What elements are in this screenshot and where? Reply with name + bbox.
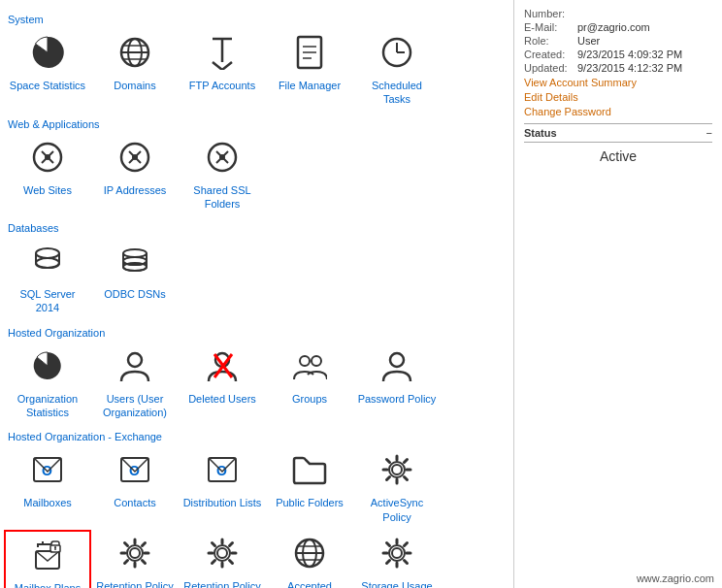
ip-addresses-label: IP Addresses bbox=[104, 183, 167, 197]
updated-row: Updated: 9/23/2015 4:12:32 PM bbox=[524, 62, 712, 74]
svg-point-60 bbox=[392, 548, 402, 558]
mailbox-plans-label: Mailbox Plans bbox=[15, 581, 81, 588]
web-icon-grid: Web Sites IP Addresses bbox=[4, 134, 509, 217]
hosted-org-section-header: Hosted Organization bbox=[8, 327, 509, 339]
accepted-domains-label: Accepted Domains bbox=[270, 579, 349, 588]
web-sites-item[interactable]: Web Sites bbox=[4, 134, 91, 217]
contacts-item[interactable]: O Contacts bbox=[91, 446, 179, 530]
ftp-accounts-item[interactable]: FTP Accounts bbox=[179, 29, 266, 113]
outlook-contacts-icon: O bbox=[117, 452, 152, 492]
svg-point-50 bbox=[54, 546, 56, 548]
status-value: Active bbox=[524, 148, 712, 164]
groups-label: Groups bbox=[292, 392, 327, 406]
deleted-users-item[interactable]: Deleted Users bbox=[179, 343, 266, 426]
sql-server-item[interactable]: SQL Server 2014 bbox=[4, 238, 91, 321]
svg-point-26 bbox=[36, 248, 59, 258]
retention-policy-tag-label: Retention Policy Tag bbox=[182, 579, 262, 588]
hosted-org-icon-grid: Organization Statistics Users (User Orga… bbox=[4, 343, 509, 426]
pie-chart-icon bbox=[30, 35, 65, 75]
domains-label: Domains bbox=[114, 79, 155, 92]
distribution-lists-item[interactable]: O Distribution Lists bbox=[179, 446, 266, 530]
group-icon bbox=[292, 348, 327, 388]
svg-point-37 bbox=[390, 353, 404, 367]
retention-policy-tag-item[interactable]: Retention Policy Tag bbox=[179, 530, 266, 588]
person-icon bbox=[379, 348, 414, 388]
gear-retention-icon bbox=[117, 536, 152, 575]
email-label: E-Mail: bbox=[524, 21, 577, 33]
space-statistics-label: Space Statistics bbox=[10, 79, 85, 92]
file-manager-item[interactable]: File Manager bbox=[266, 29, 353, 113]
updated-value: 9/23/2015 4:12:32 PM bbox=[577, 62, 682, 74]
view-account-summary-link[interactable]: View Account Summary bbox=[524, 77, 712, 88]
right-panel: Number: E-Mail: pr@zagrio.com Role: User… bbox=[514, 0, 722, 588]
outlook-mailboxes-icon: O bbox=[30, 452, 65, 492]
compass-web-icon bbox=[30, 140, 65, 180]
sql-server-label: SQL Server 2014 bbox=[8, 287, 87, 315]
updated-label: Updated: bbox=[524, 62, 577, 74]
space-statistics-item[interactable]: Space Statistics bbox=[4, 29, 91, 113]
globe-accepted-icon bbox=[292, 536, 327, 575]
compass-ip-icon bbox=[117, 140, 152, 180]
storage-usage-label: Storage Usage bbox=[361, 579, 432, 588]
gear-retention-tag-icon bbox=[205, 536, 240, 575]
created-label: Created: bbox=[524, 49, 577, 60]
created-row: Created: 9/23/2015 4:09:32 PM bbox=[524, 49, 712, 60]
mailboxes-item[interactable]: O Mailboxes bbox=[4, 446, 91, 530]
number-row: Number: bbox=[524, 8, 712, 19]
retention-policy-item[interactable]: Retention Policy bbox=[91, 530, 179, 588]
shared-ssl-item[interactable]: Shared SSL Folders bbox=[179, 134, 266, 217]
svg-point-21 bbox=[132, 154, 138, 160]
shared-ssl-label: Shared SSL Folders bbox=[182, 183, 262, 212]
status-toggle[interactable]: − bbox=[706, 127, 712, 139]
contacts-label: Contacts bbox=[114, 496, 155, 509]
groups-item[interactable]: Groups bbox=[266, 343, 353, 426]
ip-addresses-item[interactable]: IP Addresses bbox=[91, 134, 179, 217]
org-statistics-label: Organization Statistics bbox=[8, 392, 87, 420]
system-section-header: System bbox=[8, 14, 509, 25]
folder-icon bbox=[292, 452, 327, 492]
web-sites-label: Web Sites bbox=[23, 183, 72, 197]
mailbox-plans-item[interactable]: Mailbox Plans bbox=[4, 530, 91, 588]
password-policy-item[interactable]: Password Policy bbox=[353, 343, 441, 426]
activesync-policy-item[interactable]: ActiveSync Policy bbox=[353, 446, 441, 530]
distribution-lists-label: Distribution Lists bbox=[183, 496, 262, 509]
role-label: Role: bbox=[524, 35, 577, 47]
retention-policy-label: Retention Policy bbox=[96, 579, 174, 588]
odbc-dsns-item[interactable]: ODBC DSNs bbox=[91, 238, 179, 321]
email-row: E-Mail: pr@zagrio.com bbox=[524, 21, 712, 33]
org-statistics-item[interactable]: Organization Statistics bbox=[4, 343, 91, 426]
user-icon bbox=[117, 348, 152, 388]
gear-activesync-icon bbox=[379, 452, 414, 492]
ftp-label: FTP Accounts bbox=[189, 79, 255, 92]
edit-details-link[interactable]: Edit Details bbox=[524, 91, 712, 103]
users-item[interactable]: Users (User Organization) bbox=[91, 343, 179, 426]
activesync-policy-label: ActiveSync Policy bbox=[357, 496, 437, 524]
gear-mail-icon bbox=[30, 538, 65, 577]
svg-point-25 bbox=[219, 154, 225, 160]
db-odbc-icon bbox=[117, 244, 152, 283]
scheduled-tasks-item[interactable]: Scheduled Tasks bbox=[353, 29, 441, 113]
accepted-domains-item[interactable]: Accepted Domains bbox=[266, 530, 353, 588]
role-row: Role: User bbox=[524, 35, 712, 47]
public-folders-item[interactable]: Public Folders bbox=[266, 446, 353, 530]
clock-icon bbox=[379, 35, 414, 75]
svg-point-51 bbox=[130, 548, 140, 558]
domains-item[interactable]: Domains bbox=[91, 29, 179, 113]
change-password-link[interactable]: Change Password bbox=[524, 106, 712, 117]
db-sql-icon bbox=[30, 244, 65, 283]
role-value: User bbox=[577, 35, 600, 47]
odbc-dsns-label: ODBC DSNs bbox=[104, 287, 166, 301]
password-policy-label: Password Policy bbox=[358, 392, 437, 406]
file-icon bbox=[292, 35, 327, 75]
storage-usage-item[interactable]: Storage Usage bbox=[353, 530, 441, 588]
outlook-dist-icon: O bbox=[205, 452, 240, 492]
deleted-users-label: Deleted Users bbox=[188, 392, 256, 406]
system-icon-grid: Space Statistics Domains bbox=[4, 29, 509, 113]
svg-point-53 bbox=[217, 548, 227, 558]
globe-domains-icon bbox=[117, 35, 152, 75]
gear-storage-icon bbox=[379, 536, 414, 575]
compass-ssl-icon bbox=[205, 140, 240, 180]
email-value: pr@zagrio.com bbox=[577, 21, 650, 33]
number-label: Number: bbox=[524, 8, 577, 19]
deleted-user-icon bbox=[205, 348, 240, 388]
